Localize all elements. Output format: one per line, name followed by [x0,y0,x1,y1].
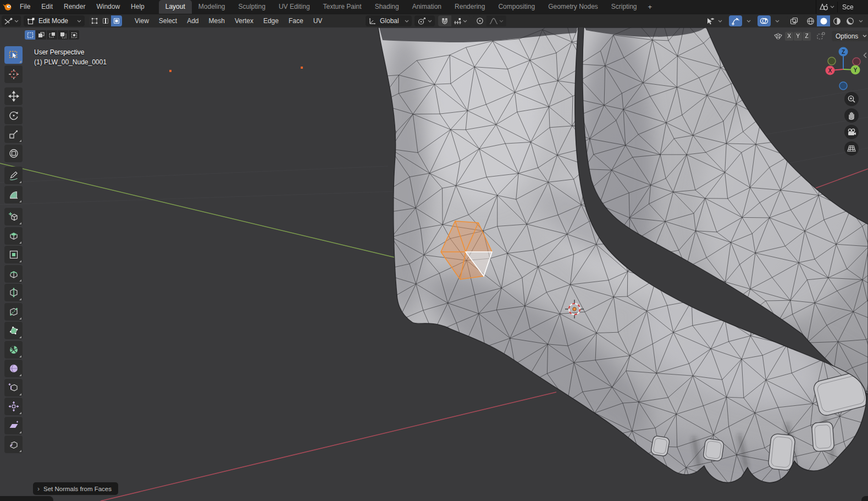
viewport-3d[interactable]: User Perspective (1) PLW_00_Nude_0001 [0,27,868,501]
tab-rendering[interactable]: Rendering [448,0,491,14]
tool-bevel-button[interactable] [4,265,23,283]
shading-solid-button[interactable] [817,15,830,26]
menu-help[interactable]: Help [125,0,150,14]
snap-symmetry-icon[interactable] [815,32,826,41]
orientation-dropdown[interactable]: Global [366,15,412,26]
tab-uv-editing[interactable]: UV Editing [272,0,317,14]
tool-transform-button[interactable] [4,145,23,162]
face-select-button[interactable] [111,15,122,26]
pivot-point-dropdown[interactable] [414,15,435,26]
tab-texture-paint[interactable]: Texture Paint [317,0,368,14]
overlays-toggle-button[interactable] [758,15,771,26]
tool-loop-cut-button[interactable] [4,284,23,301]
tool-measure-button[interactable] [4,186,23,203]
menu-select[interactable]: Select [154,14,182,27]
menu-face[interactable]: Face [284,14,308,27]
vertex-select-button[interactable] [89,15,100,26]
tool-rotate-button[interactable] [4,107,23,124]
blender-logo-icon[interactable] [0,0,14,14]
mirror-y-button[interactable]: Y [794,32,802,41]
gizmo-neg-z-ball[interactable] [839,82,847,90]
mirror-icon[interactable] [772,32,783,41]
snap-toggle-button[interactable] [438,15,451,26]
tab-layout[interactable]: Layout [159,0,192,14]
gizmos-toggle-button[interactable] [729,15,742,26]
region-collapse-icon[interactable] [863,51,867,60]
menu-edge[interactable]: Edge [258,14,284,27]
menu-vertex[interactable]: Vertex [230,14,258,27]
gizmo-neg-x-ball[interactable] [853,58,860,65]
select-invert-button[interactable] [58,30,68,40]
gizmos-dropdown[interactable] [742,15,755,26]
tool-annotate-button[interactable] [4,167,23,184]
menu-add[interactable]: Add [182,14,203,27]
shading-solid-icon [820,17,828,25]
visibility-dropdown[interactable] [703,15,725,26]
editor-type-dropdown[interactable] [2,15,21,26]
mirror-z-button[interactable]: Z [803,32,811,41]
tab-sculpting[interactable]: Sculpting [232,0,272,14]
tool-poly-build-button[interactable] [4,322,23,339]
tool-inset-faces-button[interactable] [4,246,23,263]
tab-compositing[interactable]: Compositing [491,0,541,14]
tool-spin-button[interactable] [4,341,23,359]
select-extend-button[interactable] [36,30,46,40]
tool-add-cube-button[interactable] [4,208,23,225]
shading-material-button[interactable] [830,15,843,26]
menu-file[interactable]: File [14,0,36,14]
zoom-button[interactable] [844,92,859,106]
options-dropdown[interactable]: Options [832,31,868,41]
tab-shading[interactable]: Shading [368,0,406,14]
navigation-gizmo[interactable]: Z X Y [818,44,868,95]
shading-dropdown[interactable] [856,15,865,26]
gizmo-neg-y-ball[interactable] [828,57,836,65]
menu-window[interactable]: Window [91,0,125,14]
pan-button[interactable] [844,108,859,123]
camera-view-button[interactable] [844,125,859,139]
mode-dropdown[interactable]: Edit Mode [24,15,85,26]
shading-rendered-icon [846,17,854,25]
shading-rendered-button[interactable] [843,15,856,26]
menu-mesh[interactable]: Mesh [204,14,230,27]
overlays-toggle-icon [760,17,769,25]
xray-toggle-button[interactable] [787,15,800,26]
edge-select-button[interactable] [100,15,111,26]
select-mode-row [25,30,79,40]
scene-selector[interactable]: Sce [816,0,868,14]
overlays-dropdown[interactable] [771,15,784,26]
tool-extrude-region-button[interactable] [4,227,23,245]
ortho-grid-button[interactable] [844,141,859,156]
tool-rip-region-button[interactable] [4,436,23,453]
tool-select-box-button[interactable] [4,46,23,64]
orientation-icon [368,17,377,25]
tool-move-button[interactable] [4,87,23,105]
viewport-canvas[interactable] [0,27,868,501]
operator-panel[interactable]: › Set Normals from Faces [33,482,118,495]
tab-scripting[interactable]: Scripting [605,0,644,14]
proportional-edit-toggle[interactable] [473,15,486,26]
menu-view[interactable]: View [130,14,154,27]
tool-knife-button[interactable] [4,303,23,321]
tab-geometry-nodes[interactable]: Geometry Nodes [541,0,605,14]
tool-edge-slide-button[interactable] [4,379,23,397]
gizmo-toggle-icon [732,17,740,25]
menu-edit[interactable]: Edit [36,0,58,14]
select-subtract-button[interactable] [47,30,57,40]
tool-cursor-button[interactable] [4,65,23,83]
select-set-button[interactable] [25,30,35,40]
snap-target-dropdown[interactable] [451,15,470,26]
tool-shrink-fatten-button[interactable] [4,398,23,415]
select-intersect-button[interactable] [69,30,79,40]
proportional-group [473,15,506,26]
mirror-x-button[interactable]: X [785,32,793,41]
shading-wireframe-button[interactable] [804,15,817,26]
falloff-dropdown[interactable] [486,15,506,26]
tab-animation[interactable]: Animation [406,0,448,14]
add-workspace-button[interactable]: + [644,1,657,14]
tool-shear-button[interactable] [4,417,23,434]
tab-modeling[interactable]: Modeling [192,0,232,14]
tool-scale-button[interactable] [4,125,23,143]
menu-render[interactable]: Render [58,0,91,14]
menu-uv[interactable]: UV [308,14,328,27]
tool-smooth-button[interactable] [4,360,23,377]
